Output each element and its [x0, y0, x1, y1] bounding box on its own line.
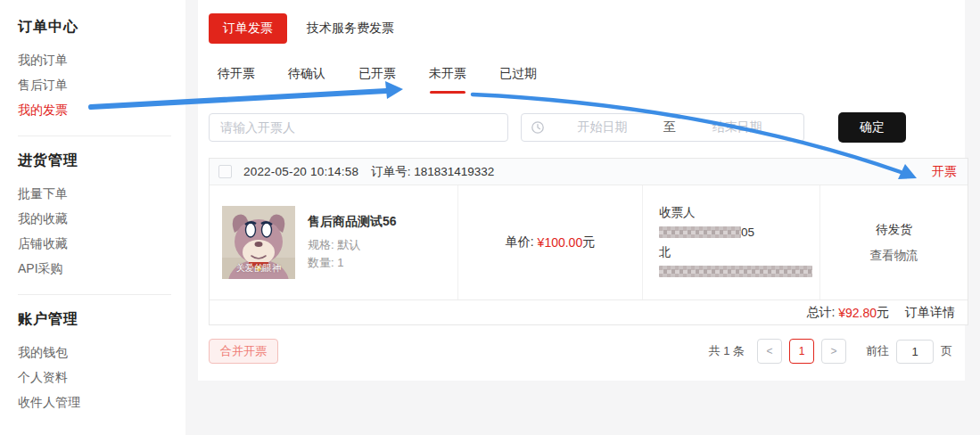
sidebar-item-my-invoices[interactable]: 我的发票 — [18, 97, 185, 122]
receiver-cell: 收票人 05 北 — [642, 185, 819, 300]
receiver-address: 北 — [659, 242, 819, 282]
product-qty-label: 数量: — [308, 256, 334, 269]
receiver-address-prefix: 北 — [659, 245, 671, 259]
product-qty: 数量: 1 — [308, 254, 397, 272]
issue-invoice-link[interactable]: 开票 — [932, 164, 957, 180]
goto-label: 前往 — [866, 343, 889, 359]
product-name[interactable]: 售后商品测试56 — [308, 214, 397, 230]
prev-page-button[interactable]: < — [757, 339, 782, 364]
sidebar-item-my-wallet[interactable]: 我的钱包 — [18, 340, 185, 365]
tab-invoiced[interactable]: 已开票 — [358, 66, 396, 87]
product-spec-value: 默认 — [337, 238, 360, 251]
chevron-right-icon: > — [830, 345, 836, 357]
order-checkbox[interactable] — [218, 165, 232, 178]
status-tabs: 待开票 待确认 已开票 未开票 已过期 — [209, 66, 952, 87]
sidebar-group-order-center: 订单中心 — [18, 18, 185, 37]
current-page-button[interactable]: 1 — [789, 339, 814, 364]
filter-row: 开始日期 至 结束日期 确定 — [209, 112, 952, 143]
order-number-label: 订单号: — [371, 165, 410, 178]
goto-page-input[interactable] — [896, 340, 934, 364]
order-datetime: 2022-05-20 10:14:58 — [243, 165, 358, 178]
next-page-button[interactable]: > — [821, 339, 846, 364]
currency-symbol: ¥ — [838, 306, 845, 320]
invoice-type-row: 订单发票 技术服务费发票 — [209, 13, 952, 44]
pagination-total: 共 1 条 — [709, 343, 745, 359]
total-amount: 92.80 — [845, 306, 877, 320]
unit-price-cell: 单价: ¥100.00元 — [457, 185, 642, 300]
product-image[interactable]: 关爱的眼神 — [222, 206, 295, 279]
payee-input[interactable] — [209, 113, 508, 142]
order-number: 订单号: 181831419332 — [371, 164, 494, 180]
unit-price-label: 单价: — [506, 234, 534, 250]
tab-pending-invoice[interactable]: 待开票 — [218, 66, 255, 87]
sidebar-item-recipient-management[interactable]: 收件人管理 — [18, 390, 185, 414]
shipping-status: 待发货 — [876, 222, 912, 238]
sidebar-item-my-orders[interactable]: 我的订单 — [18, 47, 185, 72]
date-range-picker[interactable]: 开始日期 至 结束日期 — [521, 113, 804, 142]
tab-pending-confirm[interactable]: 待确认 — [288, 66, 325, 87]
sidebar-divider — [18, 294, 171, 295]
pagination: 共 1 条 < 1 > 前往 页 — [709, 339, 952, 364]
order-header: 2022-05-20 10:14:58 订单号: 181831419332 开票 — [210, 159, 968, 185]
redacted-phone-block — [659, 226, 741, 238]
sidebar: 订单中心 我的订单 售后订单 我的发票 进货管理 批量下单 我的收藏 店铺收藏 … — [0, 0, 185, 435]
product-cell: 关爱的眼神 售后商品测试56 规格: 默认 数量: 1 — [210, 185, 457, 300]
end-date-placeholder[interactable]: 结束日期 — [679, 119, 795, 135]
tech-service-invoice-type-button[interactable]: 技术服务费发票 — [307, 21, 394, 37]
merge-invoice-button[interactable]: 合并开票 — [209, 339, 278, 364]
tab-expired[interactable]: 已过期 — [499, 66, 537, 87]
sidebar-group-account: 账户管理 — [18, 310, 185, 329]
product-qty-value: 1 — [337, 256, 343, 269]
unit-price-amount: 100.00 — [544, 235, 582, 250]
unit-price-unit: 元 — [582, 234, 595, 250]
order-number-value: 181831419332 — [414, 165, 494, 178]
order-invoice-type-button[interactable]: 订单发票 — [209, 13, 287, 44]
order-body: 关爱的眼神 售后商品测试56 规格: 默认 数量: 1 单价: ¥100.00元… — [210, 185, 968, 300]
order-status-cell: 待发货 查看物流 — [819, 185, 968, 300]
product-spec: 规格: 默认 — [308, 236, 397, 254]
clock-icon — [531, 120, 545, 135]
total-value: ¥92.80 — [838, 306, 877, 320]
page-unit-label: 页 — [941, 343, 952, 359]
redacted-address-block — [659, 266, 812, 277]
order-total-row: 总计: ¥92.80元 订单详情 — [210, 300, 968, 324]
tab-not-invoiced[interactable]: 未开票 — [429, 66, 466, 87]
sidebar-item-aftersale-orders[interactable]: 售后订单 — [18, 72, 185, 97]
total-label: 总计: — [806, 305, 835, 321]
main-panel: 订单发票 技术服务费发票 待开票 待确认 已开票 未开票 已过期 开始日期 至 … — [198, 0, 965, 381]
product-info: 售后商品测试56 规格: 默认 数量: 1 — [308, 214, 397, 272]
sidebar-divider — [18, 135, 171, 136]
total-unit: 元 — [877, 305, 889, 321]
sidebar-group-purchase: 进货管理 — [18, 152, 185, 170]
receiver-phone-suffix: 05 — [741, 226, 754, 239]
product-spec-label: 规格: — [308, 238, 334, 251]
order-card: 2022-05-20 10:14:58 订单号: 181831419332 开票 — [209, 158, 968, 325]
bottom-row: 合并开票 共 1 条 < 1 > 前往 页 — [209, 339, 952, 364]
sidebar-item-api-purchase[interactable]: API采购 — [18, 256, 185, 281]
receiver-title: 收票人 — [659, 203, 819, 223]
confirm-button[interactable]: 确定 — [838, 112, 906, 143]
sidebar-item-bulk-order[interactable]: 批量下单 — [18, 181, 185, 206]
unit-price-value: ¥100.00 — [538, 235, 583, 250]
receiver-phone: 05 — [659, 223, 819, 242]
start-date-placeholder[interactable]: 开始日期 — [545, 119, 660, 135]
sidebar-item-my-favorites[interactable]: 我的收藏 — [18, 206, 185, 231]
product-image-caption: 关爱的眼神 — [222, 262, 295, 275]
page: 订单中心 我的订单 售后订单 我的发票 进货管理 批量下单 我的收藏 店铺收藏 … — [0, 0, 980, 435]
sidebar-item-profile[interactable]: 个人资料 — [18, 365, 185, 390]
sidebar-item-shop-favorites[interactable]: 店铺收藏 — [18, 231, 185, 256]
date-range-separator: 至 — [660, 119, 679, 135]
view-logistics-link[interactable]: 查看物流 — [870, 248, 918, 264]
chevron-left-icon: < — [766, 345, 772, 357]
order-detail-link[interactable]: 订单详情 — [905, 305, 955, 321]
